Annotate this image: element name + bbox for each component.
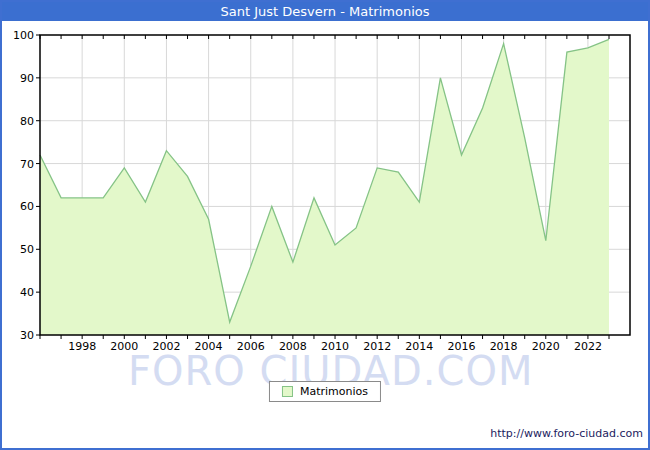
x-tick-label: 2018 bbox=[490, 340, 518, 353]
footer: http://www.foro-ciudad.com bbox=[490, 427, 643, 440]
y-tick-label: 50 bbox=[20, 243, 34, 256]
x-tick-label: 2002 bbox=[152, 340, 180, 353]
y-tick-label: 30 bbox=[20, 329, 34, 342]
x-tick-label: 2020 bbox=[532, 340, 560, 353]
x-tick-label: 2012 bbox=[363, 340, 391, 353]
footer-url-link[interactable]: http://www.foro-ciudad.com bbox=[490, 427, 643, 440]
x-tick-label: 1998 bbox=[68, 340, 96, 353]
x-tick-label: 2014 bbox=[405, 340, 433, 353]
x-tick-label: 2016 bbox=[447, 340, 475, 353]
x-tick-label: 2010 bbox=[321, 340, 349, 353]
x-tick-label: 2000 bbox=[110, 340, 138, 353]
y-tick-label: 40 bbox=[20, 286, 34, 299]
window: Sant Just Desvern - Matrimonios FORO CIU… bbox=[0, 0, 650, 450]
area-series bbox=[40, 39, 609, 335]
legend-swatch-icon bbox=[282, 386, 293, 397]
x-tick-label: 2004 bbox=[195, 340, 223, 353]
x-tick-label: 2022 bbox=[574, 340, 602, 353]
y-tick-label: 80 bbox=[20, 115, 34, 128]
x-tick-label: 2006 bbox=[237, 340, 265, 353]
legend-label: Matrimonios bbox=[300, 385, 368, 398]
x-tick-label: 2008 bbox=[279, 340, 307, 353]
y-tick-label: 70 bbox=[20, 158, 34, 171]
legend: Matrimonios bbox=[269, 381, 381, 402]
y-tick-label: 90 bbox=[20, 72, 34, 85]
y-tick-label: 100 bbox=[13, 29, 34, 42]
y-tick-label: 60 bbox=[20, 200, 34, 213]
